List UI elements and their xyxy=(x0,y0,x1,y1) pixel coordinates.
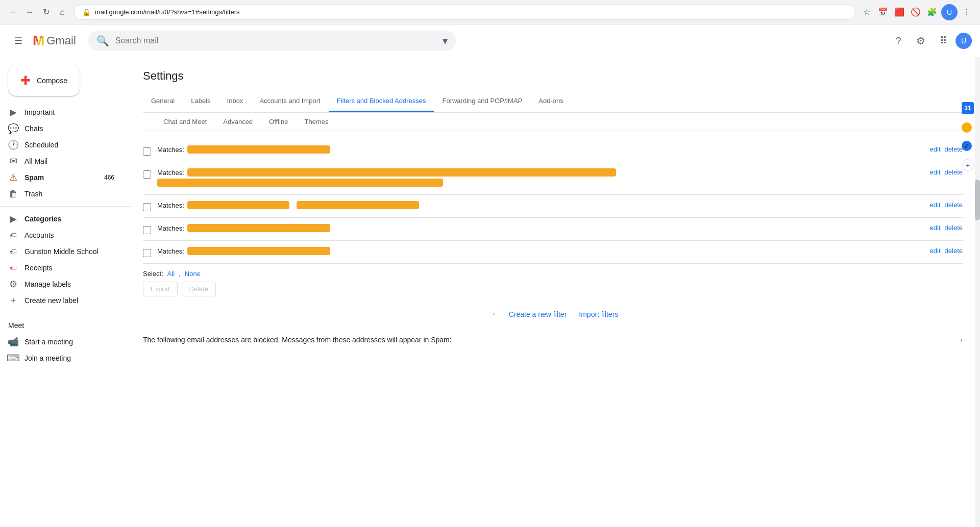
filter-2-redacted-1 xyxy=(187,168,616,177)
ext1-button[interactable]: 📅 xyxy=(876,5,890,19)
scrollbar-thumb xyxy=(975,180,980,220)
filter-4-delete[interactable]: delete xyxy=(945,224,963,232)
address-bar[interactable]: 🔒 mail.google.com/mail/u/0/?shva=1#setti… xyxy=(74,5,855,20)
sidebar-item-label: All Mail xyxy=(24,157,114,165)
tab-labels[interactable]: Labels xyxy=(183,91,218,112)
sidebar-item-label: Accounts xyxy=(24,231,114,239)
import-filters-link[interactable]: Import filters xyxy=(579,310,618,318)
add-fab[interactable]: + xyxy=(962,159,974,171)
filter-1-edit[interactable]: edit xyxy=(930,145,941,153)
filter-3-checkbox[interactable] xyxy=(143,203,151,211)
notification-fab[interactable] xyxy=(962,122,972,133)
reload-button[interactable]: ↻ xyxy=(39,5,53,19)
manage-labels-icon: ⚙ xyxy=(8,279,18,290)
search-bar[interactable]: 🔍 ▾ xyxy=(88,31,456,51)
sidebar-item-important[interactable]: ▶ Important xyxy=(0,104,122,120)
sidebar-item-join-meeting[interactable]: ⌨ Join a meeting xyxy=(0,350,122,366)
filter-5-edit[interactable]: edit xyxy=(930,247,941,255)
right-floating-buttons: 31 ✓ + xyxy=(962,102,974,171)
sidebar-meet-header: Meet xyxy=(0,317,131,334)
sidebar-item-scheduled[interactable]: 🕐 Scheduled xyxy=(0,137,122,153)
filter-matches-label: Matches: xyxy=(157,202,184,209)
sidebar-item-trash[interactable]: 🗑 Trash xyxy=(0,186,122,202)
sidebar-item-allmail[interactable]: ✉ All Mail xyxy=(0,153,122,169)
sidebar-item-accounts[interactable]: 🏷 Accounts xyxy=(0,227,122,243)
select-none-link[interactable]: None xyxy=(185,270,201,278)
search-input[interactable] xyxy=(115,36,436,45)
scrollbar-indicator[interactable] xyxy=(975,57,980,527)
sidebar-item-gunston[interactable]: 🏷 Gunston Middle School xyxy=(0,243,122,260)
filter-1-delete[interactable]: delete xyxy=(945,145,963,153)
filter-2-checkbox[interactable] xyxy=(143,170,151,179)
delete-button[interactable]: Delete xyxy=(182,282,216,296)
help-button[interactable]: ? xyxy=(888,31,909,51)
filter-row: Matches: edit delete xyxy=(143,139,963,162)
apps-button[interactable]: ⠿ xyxy=(933,31,953,51)
settings-tabs: General Labels Inbox Accounts and Import… xyxy=(143,91,963,113)
browser-avatar[interactable]: U xyxy=(941,4,958,20)
ext4-button[interactable]: 🧩 xyxy=(925,5,939,19)
sidebar-item-manage-labels[interactable]: ⚙ Manage labels xyxy=(0,276,122,292)
sidebar-item-chats[interactable]: 💬 Chats xyxy=(0,120,122,137)
subtab-chat-meet[interactable]: Chat and Meet xyxy=(155,113,215,131)
filter-2-delete[interactable]: delete xyxy=(945,168,963,176)
select-all-link[interactable]: All xyxy=(167,270,175,278)
start-meeting-icon: 📹 xyxy=(8,336,18,347)
subtab-advanced[interactable]: Advanced xyxy=(215,113,261,131)
filter-4-checkbox[interactable] xyxy=(143,226,151,234)
star-button[interactable]: ☆ xyxy=(860,5,874,19)
sidebar-item-spam[interactable]: ⚠ Spam 466 xyxy=(0,169,122,186)
sidebar-item-label: Chats xyxy=(24,124,114,133)
search-dropdown-icon[interactable]: ▾ xyxy=(443,35,448,47)
account-avatar[interactable]: U xyxy=(955,33,972,49)
filter-5-info: Matches: xyxy=(157,247,924,257)
filter-3-edit[interactable]: edit xyxy=(930,201,941,209)
filter-matches-label: Matches: xyxy=(157,247,184,255)
sidebar-item-categories[interactable]: ▶ Categories xyxy=(0,211,122,227)
filter-3-info: Matches: xyxy=(157,201,924,211)
sidebar-item-create-label[interactable]: + Create new label xyxy=(0,292,122,309)
filter-5-delete[interactable]: delete xyxy=(945,247,963,255)
filter-1-checkbox[interactable] xyxy=(143,147,151,156)
expand-icon: ▶ xyxy=(8,213,18,224)
back-button[interactable]: ← xyxy=(6,5,20,19)
sidebar-item-start-meeting[interactable]: 📹 Start a meeting xyxy=(0,334,122,350)
export-button[interactable]: Export xyxy=(143,282,178,296)
subtab-offline[interactable]: Offline xyxy=(261,113,296,131)
spam-count: 466 xyxy=(104,174,114,181)
settings-button[interactable]: ⚙ xyxy=(911,31,931,51)
ext3-button[interactable]: 🚫 xyxy=(909,5,923,19)
calendar-fab[interactable]: 31 xyxy=(962,102,974,114)
forward-button[interactable]: → xyxy=(22,5,37,19)
spam-icon: ⚠ xyxy=(8,172,18,183)
sidebar-divider-2 xyxy=(0,313,131,313)
chrome-menu-button[interactable]: ⋮ xyxy=(960,5,974,19)
filter-matches-label: Matches: xyxy=(157,169,184,177)
create-filter-link[interactable]: Create a new filter xyxy=(509,310,567,318)
tab-forwarding[interactable]: Forwarding and POP/IMAP xyxy=(434,91,530,112)
hamburger-button[interactable]: ☰ xyxy=(8,31,29,51)
tab-addons[interactable]: Add-ons xyxy=(530,91,571,112)
filter-5-checkbox[interactable] xyxy=(143,249,151,257)
subtab-themes[interactable]: Themes xyxy=(296,113,336,131)
filter-row: Matches: edit delete xyxy=(143,195,963,218)
ext2-button[interactable]: 🟥 xyxy=(892,5,906,19)
sidebar-item-receipts[interactable]: 🏷 Receipts xyxy=(0,260,122,276)
blocked-section[interactable]: The following email addresses are blocke… xyxy=(143,332,963,348)
filter-3-delete[interactable]: delete xyxy=(945,201,963,209)
filter-1-info: Matches: xyxy=(157,145,924,156)
filter-2-actions: edit delete xyxy=(930,168,963,176)
receipts-icon: 🏷 xyxy=(8,264,18,272)
tab-inbox[interactable]: Inbox xyxy=(219,91,252,112)
filter-2-redacted-2 xyxy=(157,179,443,187)
filter-2-edit[interactable]: edit xyxy=(930,168,941,176)
sidebar-item-label: Trash xyxy=(24,190,114,198)
tab-general[interactable]: General xyxy=(143,91,183,112)
tab-accounts-import[interactable]: Accounts and Import xyxy=(251,91,328,112)
filter-4-redacted xyxy=(187,224,330,232)
tasks-fab[interactable]: ✓ xyxy=(962,141,972,151)
home-button[interactable]: ⌂ xyxy=(55,5,69,19)
compose-button[interactable]: ✚ Compose xyxy=(8,65,80,96)
filter-4-edit[interactable]: edit xyxy=(930,224,941,232)
tab-filters-blocked[interactable]: Filters and Blocked Addresses xyxy=(329,91,434,112)
